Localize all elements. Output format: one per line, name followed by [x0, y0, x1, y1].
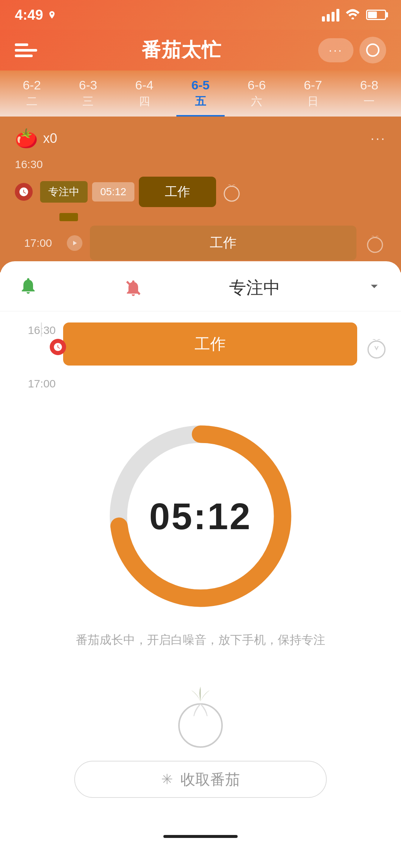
time-label-1630: 16:30	[11, 322, 63, 337]
record-circle-icon	[366, 43, 379, 57]
time-1630-bg: 16:30	[15, 158, 386, 171]
svg-point-1	[224, 186, 239, 201]
timer-hint: 番茄成长中，开启白噪音，放下手机，保持专注	[76, 630, 325, 649]
battery-icon	[366, 10, 386, 20]
cal-weekday-6-4: 四	[139, 94, 150, 109]
menu-bar-3	[15, 55, 33, 57]
focus-title: 专注中	[229, 276, 280, 299]
timer-section: 05:12 番茄成长中，开启白噪音，放下手机，保持专注	[0, 397, 401, 664]
home-indicator	[0, 828, 401, 849]
clock-dot-bg	[15, 183, 33, 201]
cal-date-6-7: 6-7	[304, 78, 322, 92]
chevron-down-icon[interactable]	[366, 278, 382, 298]
task-label-bg: 工作	[139, 177, 216, 207]
time-1700-row: 17:00	[0, 371, 401, 390]
tomato-count-row: 🍅 x0	[15, 128, 57, 149]
focus-header: 专注中	[0, 261, 401, 311]
signal-icon	[322, 8, 339, 22]
bg-content: 🍅 x0 ··· 16:30 专注中 05:12 工作	[0, 117, 401, 260]
time-column: 16:30	[11, 322, 63, 337]
cal-weekday-6-7: 日	[307, 94, 319, 109]
task-row-1630: 专注中 05:12 工作	[15, 177, 386, 207]
bell-muted-icon[interactable]	[124, 278, 143, 298]
cal-weekday-6-8: 一	[363, 94, 375, 109]
task-row-1700: 17:00 工作	[15, 226, 386, 260]
cal-day-6-7[interactable]: 6-7 日	[289, 78, 337, 117]
svg-point-8	[179, 704, 222, 747]
bottom-panel: 专注中 16:30	[0, 261, 401, 849]
cal-day-6-5[interactable]: 6-5 五	[176, 78, 225, 117]
tomato-outline-bg	[221, 181, 243, 203]
dots-icon: ···	[329, 43, 343, 57]
cal-date-6-3: 6-3	[79, 78, 97, 92]
home-bar	[163, 835, 238, 838]
bell-active-icon[interactable]	[19, 276, 38, 300]
clock-red-dot	[50, 339, 66, 355]
timer-display: 05:12	[149, 495, 252, 538]
status-bar: 4:49	[0, 0, 401, 30]
mini-block-bg	[59, 213, 78, 221]
timeline-section: 16:30 工作	[0, 311, 401, 397]
tomato-outline-bg-2	[364, 232, 386, 254]
cal-day-6-3[interactable]: 6-3 三	[64, 78, 112, 117]
header-menu-icon[interactable]	[15, 43, 45, 57]
svg-marker-2	[73, 241, 77, 245]
app-title: 番茄太忙	[141, 37, 222, 63]
focused-label-bg: 专注中	[40, 181, 88, 203]
app-header: 番茄太忙 ···	[0, 30, 401, 71]
time-1700-bg: 17:00	[15, 237, 59, 249]
cal-date-6-8: 6-8	[360, 78, 378, 92]
cal-date-6-6: 6-6	[248, 78, 266, 92]
cal-weekday-6-3: 三	[82, 94, 94, 109]
calendar-days: 6-2 二 6-3 三 6-4 四 6-5 五 6-6 六 6-7 日 6-8 …	[0, 78, 401, 117]
main-task-block[interactable]: 工作	[63, 322, 357, 366]
status-right	[322, 8, 386, 22]
cal-day-6-8[interactable]: 6-8 一	[345, 78, 393, 117]
menu-bar-2	[15, 49, 37, 52]
timer-ring[interactable]: 05:12	[104, 420, 297, 613]
tomato-emoji-bg: 🍅	[15, 128, 38, 149]
harvest-label: 收取番茄	[180, 769, 240, 790]
cal-date-6-2: 6-2	[23, 78, 41, 92]
second-task-area	[15, 213, 386, 226]
cal-day-6-6[interactable]: 6-6 六	[232, 78, 281, 117]
cal-day-6-2[interactable]: 6-2 二	[8, 78, 56, 117]
tomato-illustration	[0, 683, 401, 750]
task-area: 工作	[63, 322, 390, 371]
task-body-bg	[59, 213, 386, 226]
time-1700-container: 17:00	[11, 377, 390, 390]
svg-point-3	[368, 238, 382, 252]
harvest-sparkle-icon: ✳	[161, 771, 173, 787]
play-circle-bg	[67, 235, 82, 251]
header-actions: ···	[318, 37, 386, 63]
tomato-count-bg: x0	[43, 131, 57, 146]
more-options-button[interactable]: ···	[318, 38, 353, 62]
wifi-icon	[345, 8, 360, 22]
cal-date-6-5: 6-5	[191, 78, 209, 92]
task2-label-bg: 工作	[90, 226, 356, 260]
tomato-growing-icon	[171, 683, 230, 750]
time-display: 4:49	[15, 7, 43, 23]
harvest-button[interactable]: ✳ 收取番茄	[74, 761, 327, 798]
bg-calendar-view: 🍅 x0 ··· 16:30 专注中 05:12 工作	[0, 117, 401, 272]
status-time: 4:49	[15, 7, 56, 23]
tomato-task-icon[interactable]	[363, 334, 390, 360]
svg-point-0	[352, 17, 354, 19]
cal-date-6-4: 6-4	[135, 78, 153, 92]
harvest-button-container: ✳ 收取番茄	[0, 761, 401, 828]
timer-label-bg: 05:12	[92, 182, 134, 202]
cal-day-6-4[interactable]: 6-4 四	[120, 78, 169, 117]
timeline-line-container	[41, 322, 42, 337]
timeline-vertical-line	[41, 322, 42, 337]
time-label-1700: 17:00	[11, 377, 63, 390]
menu-bar-1	[15, 43, 28, 46]
cal-weekday-6-5: 五	[195, 94, 206, 109]
location-icon	[48, 10, 56, 19]
more-dots-bg[interactable]: ···	[371, 131, 386, 146]
main-task-row[interactable]: 工作	[63, 322, 390, 371]
focused-task-group: 专注中 05:12 工作	[40, 177, 243, 207]
record-button[interactable]	[359, 37, 386, 63]
cal-weekday-6-6: 六	[251, 94, 262, 109]
cal-weekday-6-2: 二	[26, 94, 38, 109]
calendar-strip: 6-2 二 6-3 三 6-4 四 6-5 五 6-6 六 6-7 日 6-8 …	[0, 71, 401, 117]
